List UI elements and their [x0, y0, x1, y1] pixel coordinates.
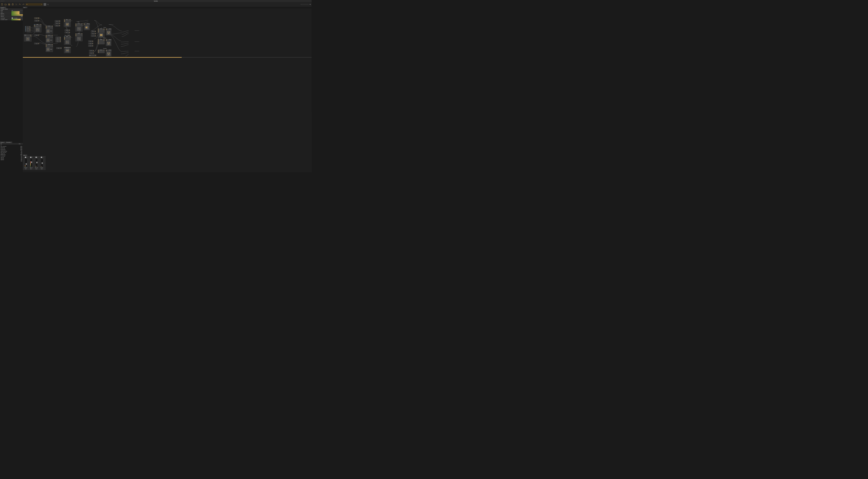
- pan-slider[interactable]: [24, 157, 27, 158]
- waveform-icon[interactable]: [44, 3, 46, 5]
- knob[interactable]: [89, 50, 90, 51]
- pan-slider[interactable]: [40, 157, 43, 158]
- file-row[interactable]: pitchbend.slb20kB: [0, 154, 23, 156]
- node-audio-out[interactable]: LAudio out R: [84, 23, 90, 30]
- knob[interactable]: [56, 40, 57, 41]
- node-canvas[interactable]: P17.01V F1.001V P2-12.98V P3-12.977V A0V…: [23, 8, 312, 172]
- mute-button[interactable]: M: [35, 167, 36, 168]
- knob[interactable]: [65, 30, 66, 31]
- redo-icon[interactable]: [22, 3, 25, 5]
- size-col[interactable]: Size: [18, 143, 23, 145]
- file-row[interactable]: 3osc_broad.slb15kB: [0, 146, 23, 147]
- node-mod[interactable]: Mod1.113V: [56, 47, 62, 49]
- minimize-window[interactable]: [2, 1, 3, 1]
- knob[interactable]: [26, 28, 27, 29]
- knob[interactable]: [56, 41, 57, 42]
- node-p2[interactable]: P2-12.98V: [34, 34, 39, 36]
- file-row[interactable]: audiorecorder.slb1kB: [0, 151, 23, 152]
- file-row[interactable]: 4osctest2.slb25kB: [0, 149, 23, 151]
- close-icon[interactable]: ×: [26, 7, 27, 8]
- node-adsr-amp[interactable]: GADSROut A D Amp envelope: [34, 24, 41, 32]
- mute-button[interactable]: M: [30, 167, 31, 168]
- knob[interactable]: [91, 31, 92, 32]
- node-a3[interactable]: A30.352V: [55, 25, 60, 26]
- save-icon[interactable]: [8, 3, 10, 5]
- knob[interactable]: [91, 33, 92, 34]
- file-row[interactable]: 4osctest.slb21kB: [0, 148, 23, 149]
- node-aux-out-1[interactable]: LAux out R: [106, 28, 112, 35]
- fader[interactable]: [42, 159, 42, 167]
- close-icon[interactable]: ×: [5, 7, 5, 8]
- pan-slider[interactable]: [30, 157, 33, 158]
- file-row[interactable]: step2.slb2kB: [0, 158, 23, 159]
- preset-dropdown[interactable]: All ▾: [26, 3, 42, 5]
- node-mix[interactable]: MixV: [91, 35, 96, 37]
- prop-step-field[interactable]: 1.00: [11, 16, 23, 17]
- solo-button[interactable]: S: [31, 167, 33, 168]
- node-sawtooth-1[interactable]: PSawtoothOut F A Pb OSC1: [45, 26, 53, 34]
- file-row[interactable]: dual_macro.slb6kB: [0, 152, 23, 153]
- node-chorus[interactable]: LChorusL RR Fb Dl Mi: [98, 28, 104, 38]
- prop-name-field[interactable]: P1: [11, 10, 23, 11]
- knob[interactable]: [26, 30, 27, 31]
- node-reverb[interactable]: LReverbL RR D W Dr Fb: [98, 39, 104, 44]
- pan-slider[interactable]: [35, 157, 38, 158]
- file-row[interactable]: sh_echo.slb5kB: [0, 156, 23, 157]
- module-settings-header[interactable]: ▾ Module settings: [0, 8, 23, 10]
- node-mixer[interactable]: MixerOut: [64, 19, 71, 27]
- node-si[interactable]: Si0.09V: [88, 45, 93, 47]
- node-lpfilter-1[interactable]: FLP FilterOut R In M: [75, 23, 83, 31]
- knob[interactable]: [55, 23, 56, 24]
- file-row[interactable]: step1.slb2kB: [0, 157, 23, 158]
- open-folder-icon[interactable]: [4, 3, 6, 5]
- new-file-icon[interactable]: [1, 3, 3, 5]
- close-icon[interactable]: ×: [26, 155, 27, 156]
- mute-button[interactable]: M: [40, 167, 42, 168]
- prop-value-slider[interactable]: 0.00: [11, 11, 23, 13]
- solo-button[interactable]: S: [42, 167, 43, 168]
- file-row[interactable]: padtest.slb4kB: [0, 153, 23, 154]
- node-const5[interactable]: = 5V: [89, 55, 96, 56]
- node-lpfilter-2[interactable]: FLP FilterOut R In M: [75, 33, 83, 41]
- tab-properties[interactable]: Properties ×: [0, 7, 6, 8]
- knob[interactable]: [55, 25, 56, 26]
- undo-icon[interactable]: [19, 3, 21, 5]
- knob[interactable]: [89, 41, 90, 42]
- file-col[interactable]: File: [0, 143, 18, 145]
- solo-button[interactable]: S: [37, 167, 38, 168]
- knob[interactable]: [26, 26, 27, 27]
- fader[interactable]: [36, 159, 37, 167]
- tab-patch[interactable]: 3osc*×: [23, 7, 27, 8]
- knob[interactable]: [89, 43, 90, 44]
- knob[interactable]: [56, 38, 57, 39]
- tab-mixer[interactable]: Mixer×: [23, 154, 27, 156]
- file-row[interactable]: 0kB: [0, 160, 23, 162]
- fader[interactable]: [26, 159, 27, 167]
- canvas-area[interactable]: 3osc*×: [23, 7, 312, 172]
- close-icon[interactable]: ×: [4, 142, 5, 143]
- node-adsr-filter[interactable]: GADSROut: [64, 36, 71, 45]
- node-da[interactable]: Da1.717V: [88, 40, 93, 42]
- timeline-scrubber[interactable]: [23, 57, 312, 58]
- prop-iscontroller[interactable]: Is controller: [11, 17, 23, 19]
- knob[interactable]: [55, 21, 56, 22]
- file-row[interactable]: 3oscV2.slb16kB: [0, 147, 23, 148]
- prop-ctrlnum-slider[interactable]: [11, 19, 23, 20]
- tab-description[interactable]: Description×: [6, 142, 12, 143]
- node-a1[interactable]: A10.275V: [55, 20, 60, 22]
- tab-browser[interactable]: Browser×: [0, 142, 5, 143]
- close-icon[interactable]: ×: [11, 142, 11, 143]
- file-row[interactable]: [..]: [0, 145, 23, 146]
- knob[interactable]: [35, 43, 36, 44]
- mute-button[interactable]: M: [25, 167, 26, 168]
- node-drive[interactable]: Drive5V: [89, 50, 94, 52]
- knob[interactable]: [35, 18, 36, 19]
- node-aux-out-3[interactable]: LAux out R: [106, 50, 112, 56]
- lock-icon[interactable]: [47, 4, 49, 5]
- fader[interactable]: [31, 159, 32, 167]
- node-sawtooth-2[interactable]: PSawtoothOut F A Pb OSC2: [45, 35, 53, 43]
- node-aux-out-2[interactable]: LAux out R: [106, 39, 112, 46]
- node-multiply[interactable]: AMultiply value AxB: [64, 47, 71, 53]
- close-window[interactable]: [1, 1, 2, 1]
- node-dly[interactable]: Dly18.018V: [91, 33, 96, 34]
